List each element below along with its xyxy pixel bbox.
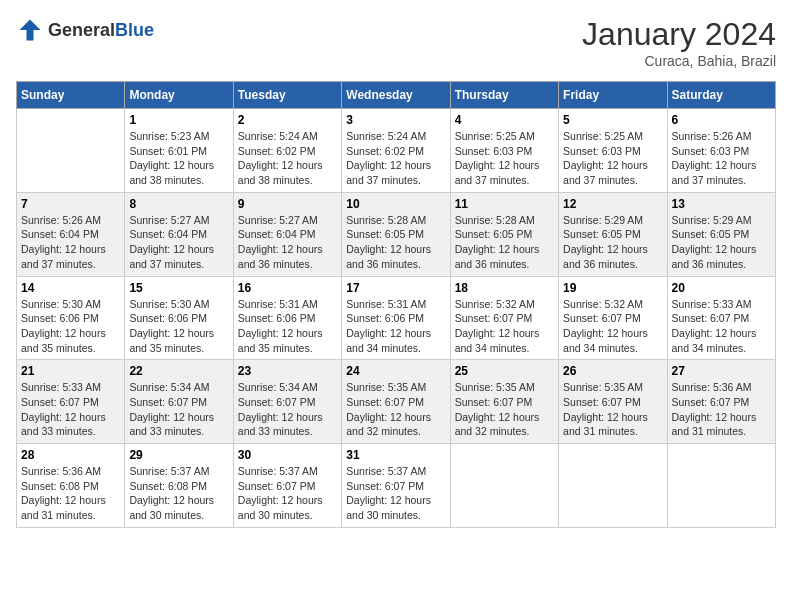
logo: GeneralBlue (16, 16, 154, 44)
day-number: 24 (346, 364, 445, 378)
day-content: Sunrise: 5:24 AM Sunset: 6:02 PM Dayligh… (346, 129, 445, 188)
day-number: 5 (563, 113, 662, 127)
day-number: 9 (238, 197, 337, 211)
day-number: 28 (21, 448, 120, 462)
day-content: Sunrise: 5:31 AM Sunset: 6:06 PM Dayligh… (346, 297, 445, 356)
calendar-cell: 21Sunrise: 5:33 AM Sunset: 6:07 PM Dayli… (17, 360, 125, 444)
day-content: Sunrise: 5:27 AM Sunset: 6:04 PM Dayligh… (238, 213, 337, 272)
logo-text: GeneralBlue (48, 20, 154, 41)
day-number: 13 (672, 197, 771, 211)
calendar-cell: 23Sunrise: 5:34 AM Sunset: 6:07 PM Dayli… (233, 360, 341, 444)
day-content: Sunrise: 5:33 AM Sunset: 6:07 PM Dayligh… (21, 380, 120, 439)
day-number: 22 (129, 364, 228, 378)
calendar-cell: 18Sunrise: 5:32 AM Sunset: 6:07 PM Dayli… (450, 276, 558, 360)
calendar-cell (559, 444, 667, 528)
calendar-cell: 28Sunrise: 5:36 AM Sunset: 6:08 PM Dayli… (17, 444, 125, 528)
calendar-table: SundayMondayTuesdayWednesdayThursdayFrid… (16, 81, 776, 528)
calendar-cell: 24Sunrise: 5:35 AM Sunset: 6:07 PM Dayli… (342, 360, 450, 444)
day-content: Sunrise: 5:35 AM Sunset: 6:07 PM Dayligh… (455, 380, 554, 439)
week-row-1: 1Sunrise: 5:23 AM Sunset: 6:01 PM Daylig… (17, 109, 776, 193)
title-block: January 2024 Curaca, Bahia, Brazil (582, 16, 776, 69)
day-header-wednesday: Wednesday (342, 82, 450, 109)
calendar-cell: 10Sunrise: 5:28 AM Sunset: 6:05 PM Dayli… (342, 192, 450, 276)
day-number: 26 (563, 364, 662, 378)
day-content: Sunrise: 5:26 AM Sunset: 6:03 PM Dayligh… (672, 129, 771, 188)
calendar-cell: 11Sunrise: 5:28 AM Sunset: 6:05 PM Dayli… (450, 192, 558, 276)
calendar-cell: 6Sunrise: 5:26 AM Sunset: 6:03 PM Daylig… (667, 109, 775, 193)
week-row-4: 21Sunrise: 5:33 AM Sunset: 6:07 PM Dayli… (17, 360, 776, 444)
day-number: 21 (21, 364, 120, 378)
calendar-cell: 25Sunrise: 5:35 AM Sunset: 6:07 PM Dayli… (450, 360, 558, 444)
logo-blue: Blue (115, 20, 154, 40)
day-content: Sunrise: 5:31 AM Sunset: 6:06 PM Dayligh… (238, 297, 337, 356)
day-number: 27 (672, 364, 771, 378)
day-number: 17 (346, 281, 445, 295)
calendar-cell: 5Sunrise: 5:25 AM Sunset: 6:03 PM Daylig… (559, 109, 667, 193)
calendar-cell: 4Sunrise: 5:25 AM Sunset: 6:03 PM Daylig… (450, 109, 558, 193)
svg-marker-0 (20, 20, 41, 41)
calendar-cell: 7Sunrise: 5:26 AM Sunset: 6:04 PM Daylig… (17, 192, 125, 276)
day-number: 30 (238, 448, 337, 462)
calendar-cell: 2Sunrise: 5:24 AM Sunset: 6:02 PM Daylig… (233, 109, 341, 193)
day-content: Sunrise: 5:37 AM Sunset: 6:07 PM Dayligh… (346, 464, 445, 523)
day-content: Sunrise: 5:34 AM Sunset: 6:07 PM Dayligh… (238, 380, 337, 439)
day-number: 7 (21, 197, 120, 211)
calendar-cell: 16Sunrise: 5:31 AM Sunset: 6:06 PM Dayli… (233, 276, 341, 360)
calendar-cell: 31Sunrise: 5:37 AM Sunset: 6:07 PM Dayli… (342, 444, 450, 528)
day-number: 1 (129, 113, 228, 127)
day-content: Sunrise: 5:27 AM Sunset: 6:04 PM Dayligh… (129, 213, 228, 272)
logo-general: General (48, 20, 115, 40)
day-number: 29 (129, 448, 228, 462)
page-header: GeneralBlue January 2024 Curaca, Bahia, … (16, 16, 776, 69)
day-content: Sunrise: 5:29 AM Sunset: 6:05 PM Dayligh… (672, 213, 771, 272)
calendar-cell: 22Sunrise: 5:34 AM Sunset: 6:07 PM Dayli… (125, 360, 233, 444)
day-content: Sunrise: 5:28 AM Sunset: 6:05 PM Dayligh… (346, 213, 445, 272)
month-title: January 2024 (582, 16, 776, 53)
day-content: Sunrise: 5:32 AM Sunset: 6:07 PM Dayligh… (455, 297, 554, 356)
calendar-cell: 30Sunrise: 5:37 AM Sunset: 6:07 PM Dayli… (233, 444, 341, 528)
day-content: Sunrise: 5:36 AM Sunset: 6:07 PM Dayligh… (672, 380, 771, 439)
day-content: Sunrise: 5:24 AM Sunset: 6:02 PM Dayligh… (238, 129, 337, 188)
calendar-cell: 9Sunrise: 5:27 AM Sunset: 6:04 PM Daylig… (233, 192, 341, 276)
day-content: Sunrise: 5:35 AM Sunset: 6:07 PM Dayligh… (563, 380, 662, 439)
calendar-cell: 19Sunrise: 5:32 AM Sunset: 6:07 PM Dayli… (559, 276, 667, 360)
week-row-5: 28Sunrise: 5:36 AM Sunset: 6:08 PM Dayli… (17, 444, 776, 528)
day-number: 20 (672, 281, 771, 295)
logo-icon (16, 16, 44, 44)
calendar-cell: 27Sunrise: 5:36 AM Sunset: 6:07 PM Dayli… (667, 360, 775, 444)
day-number: 19 (563, 281, 662, 295)
day-content: Sunrise: 5:26 AM Sunset: 6:04 PM Dayligh… (21, 213, 120, 272)
day-number: 3 (346, 113, 445, 127)
day-header-tuesday: Tuesday (233, 82, 341, 109)
day-content: Sunrise: 5:32 AM Sunset: 6:07 PM Dayligh… (563, 297, 662, 356)
day-number: 14 (21, 281, 120, 295)
day-content: Sunrise: 5:25 AM Sunset: 6:03 PM Dayligh… (563, 129, 662, 188)
location-text: Curaca, Bahia, Brazil (582, 53, 776, 69)
day-number: 10 (346, 197, 445, 211)
day-number: 31 (346, 448, 445, 462)
day-content: Sunrise: 5:36 AM Sunset: 6:08 PM Dayligh… (21, 464, 120, 523)
day-number: 8 (129, 197, 228, 211)
day-content: Sunrise: 5:34 AM Sunset: 6:07 PM Dayligh… (129, 380, 228, 439)
day-number: 23 (238, 364, 337, 378)
days-header-row: SundayMondayTuesdayWednesdayThursdayFrid… (17, 82, 776, 109)
calendar-cell (450, 444, 558, 528)
day-number: 12 (563, 197, 662, 211)
day-number: 4 (455, 113, 554, 127)
calendar-cell (667, 444, 775, 528)
calendar-cell: 29Sunrise: 5:37 AM Sunset: 6:08 PM Dayli… (125, 444, 233, 528)
calendar-cell: 17Sunrise: 5:31 AM Sunset: 6:06 PM Dayli… (342, 276, 450, 360)
day-content: Sunrise: 5:37 AM Sunset: 6:08 PM Dayligh… (129, 464, 228, 523)
day-header-monday: Monday (125, 82, 233, 109)
calendar-cell: 12Sunrise: 5:29 AM Sunset: 6:05 PM Dayli… (559, 192, 667, 276)
calendar-cell: 3Sunrise: 5:24 AM Sunset: 6:02 PM Daylig… (342, 109, 450, 193)
day-content: Sunrise: 5:33 AM Sunset: 6:07 PM Dayligh… (672, 297, 771, 356)
day-header-friday: Friday (559, 82, 667, 109)
day-header-sunday: Sunday (17, 82, 125, 109)
day-number: 11 (455, 197, 554, 211)
calendar-cell: 26Sunrise: 5:35 AM Sunset: 6:07 PM Dayli… (559, 360, 667, 444)
calendar-cell: 15Sunrise: 5:30 AM Sunset: 6:06 PM Dayli… (125, 276, 233, 360)
day-content: Sunrise: 5:37 AM Sunset: 6:07 PM Dayligh… (238, 464, 337, 523)
calendar-cell: 20Sunrise: 5:33 AM Sunset: 6:07 PM Dayli… (667, 276, 775, 360)
calendar-cell: 8Sunrise: 5:27 AM Sunset: 6:04 PM Daylig… (125, 192, 233, 276)
